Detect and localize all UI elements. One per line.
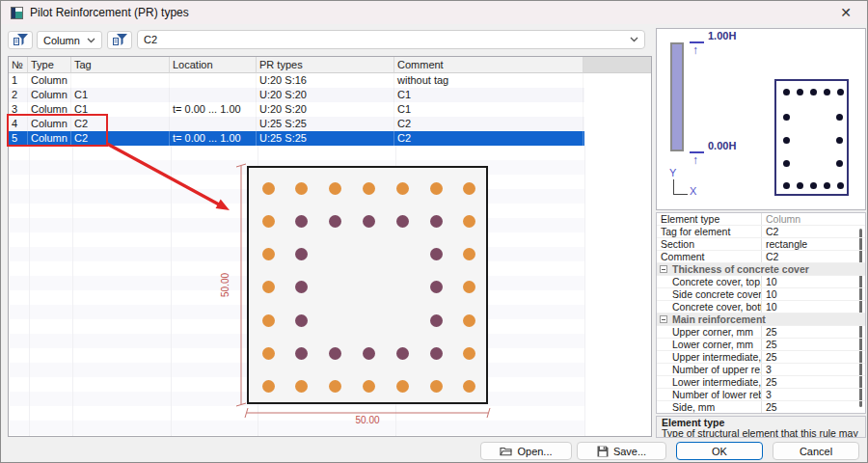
column-gridline [584,146,585,436]
header-location[interactable]: Location [170,57,257,73]
property-name: Section [657,238,762,250]
property-row[interactable]: Side concrete cover, ...10 [657,288,865,301]
rebar-dot [262,380,275,393]
ok-button[interactable]: OK [676,442,763,460]
property-name: Comment [657,251,762,262]
property-name: Upper intermediate, ... [657,351,762,363]
property-row[interactable]: Number of upper re...3 [657,364,865,376]
property-group-row[interactable]: Thickness of concrete cover [657,263,865,276]
axis-x-line [673,194,688,195]
elevation-preview-panel: ↑ 1.00H ↑ 0.00H Y X [656,28,866,210]
property-value[interactable]: 25 [762,401,865,413]
rebar-dot [430,215,443,228]
property-row[interactable]: Upper corner, mm25 [657,326,865,339]
property-value[interactable]: 10 [762,276,865,287]
property-row[interactable]: Lower corner, mm25 [657,339,865,351]
cell-location: t= 0.00 ... 1.00 [170,102,257,117]
property-name: Number of lower reb... [657,389,762,400]
property-group-row[interactable]: Main reinforcement [657,313,865,326]
cell-pr-types: U:20 S:16 [257,73,394,88]
property-row[interactable]: Number of lower reb...3 [657,389,865,401]
property-value[interactable]: Column [762,213,865,225]
collapse-icon[interactable] [660,265,667,273]
rebar-dot [810,89,817,95]
property-row[interactable]: Lower intermediate, ...25 [657,376,865,389]
rebar-dot [463,314,475,327]
collapse-icon[interactable] [660,315,667,323]
property-value[interactable]: 10 [762,288,865,300]
cancel-button[interactable]: Cancel [773,442,859,460]
cancel-button-label: Cancel [800,446,832,457]
property-value[interactable]: 10 [762,301,865,313]
property-name: Side concrete cover, ... [657,288,762,300]
height-dimension-label: 50.00 [220,266,231,305]
filter-type-button[interactable] [8,31,33,49]
cell-pr-types: U:25 S:25 [257,117,394,131]
property-value[interactable]: rectangle [762,238,865,250]
header-tag[interactable]: Tag [71,57,170,73]
property-name: Concrete cover, top, ... [657,276,762,287]
property-value[interactable]: 25 [762,339,865,350]
cell-type: Column [28,88,71,102]
rebar-dot [396,215,409,228]
header-filler [583,57,652,73]
rebar-dot [295,347,308,360]
element-type-select[interactable]: Column [37,31,102,49]
cell-location [170,117,257,131]
rebar-dot [430,314,443,327]
property-value[interactable]: 3 [762,364,865,375]
table-row[interactable]: 2ColumnC1U:20 S:20C1 [9,88,584,102]
cell-type: Column [28,73,71,88]
rebar-dot [783,89,790,95]
rebar-dot [836,160,843,167]
close-icon[interactable]: ✕ [832,3,859,22]
rebar-dot [824,182,830,189]
property-row[interactable]: Concrete cover, top, ...10 [657,276,865,288]
property-name: Tag for element [657,226,762,237]
property-row[interactable]: Side, mm25 [657,401,865,414]
save-button[interactable]: Save... [577,442,666,460]
rebar-dot [262,215,275,228]
folder-open-icon [500,446,512,456]
property-value[interactable]: 25 [762,351,865,363]
cell-pr-types: U:20 S:20 [257,88,394,102]
rebar-dot [810,182,817,189]
filter-tag-button[interactable] [107,31,132,49]
property-value[interactable]: 25 [762,376,865,388]
table-row[interactable]: 1ColumnU:20 S:16without tag [9,73,584,88]
window-title: Pilot Reinforcement (PR) types [30,6,189,19]
header-type[interactable]: Type [28,57,71,73]
property-value[interactable]: 25 [762,326,865,338]
property-row[interactable]: CommentC2 [657,251,865,263]
header-pr-types[interactable]: PR types [257,57,394,73]
chevron-down-icon [630,37,638,42]
property-value[interactable]: 3 [762,389,865,400]
rebar-dot [430,347,443,360]
column-gridline [72,146,73,436]
rebar-dot [836,137,843,144]
open-button[interactable]: Open... [480,442,572,460]
property-name: Number of upper re... [657,364,762,375]
width-dimension-label: 50.00 [343,415,392,425]
property-row[interactable]: Tag for elementC2 [657,226,865,238]
axis-x-label: X [690,185,696,197]
rebar-dot [837,182,844,189]
rebar-dot [295,380,308,393]
property-value[interactable]: C2 [762,251,865,262]
property-row[interactable]: Concrete cover, bott...10 [657,301,865,313]
rebar-dot [430,248,443,260]
header-comment[interactable]: Comment [394,57,583,73]
rebar-dot [824,89,830,95]
property-row[interactable]: Element typeColumn [657,213,865,226]
rebar-dot [797,182,803,189]
minus-glyph [662,319,665,320]
property-value[interactable]: C2 [762,226,865,237]
tag-filter-select[interactable]: C2 [137,30,645,49]
rebar-dot [430,281,443,293]
property-row[interactable]: Upper intermediate, ...25 [657,351,865,364]
header-number[interactable]: № [9,57,28,73]
property-row[interactable]: Sectionrectangle [657,238,865,251]
rebar-dot [797,89,803,95]
rebar-dot [262,248,275,260]
description-text: Type of structural element that this rul… [662,428,860,438]
